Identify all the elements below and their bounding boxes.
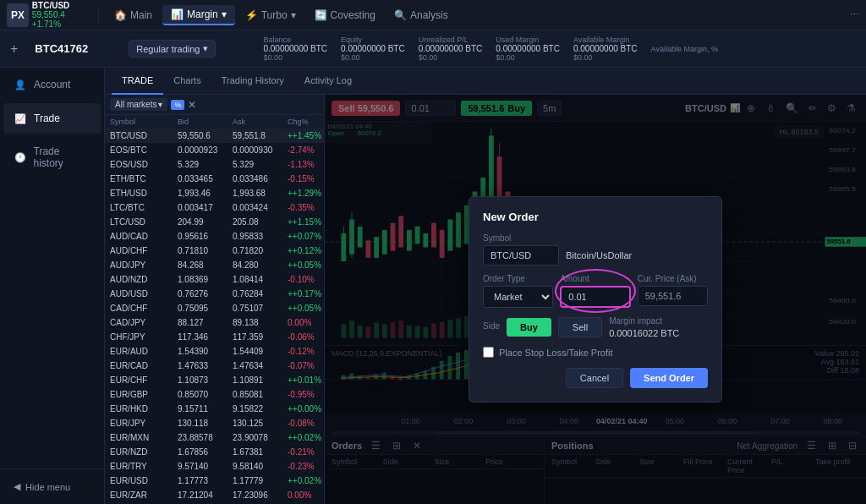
market-row[interactable]: EUR/NZD 1.67856 1.67381 -0.21% bbox=[105, 445, 324, 459]
market-header: All markets ▾ % ✕ bbox=[105, 95, 324, 115]
amount-col: Amount bbox=[560, 274, 630, 308]
margin-impact: Margin impact 0.00016022 BTC bbox=[609, 316, 679, 338]
order-type-select[interactable]: Market Limit Stop bbox=[483, 286, 553, 308]
unrealized-pl-stat: Unrealized P/L 0.00000000 BTC $0.00 bbox=[419, 36, 483, 62]
account-bar: + BTC41762 Regular trading ▾ Balance 0.0… bbox=[0, 30, 866, 68]
market-columns: Symbol Bid Ask Chg% bbox=[105, 115, 324, 129]
sidebar: 👤 Account 📈 Trade 🕐 Trade history ◀ Hide… bbox=[0, 68, 105, 504]
side-label: Side bbox=[483, 321, 500, 333]
tab-trading-history[interactable]: Trading History bbox=[211, 68, 294, 95]
market-row[interactable]: ETH/USD 1,993.46 1,993.68 ++1.29% bbox=[105, 186, 324, 200]
market-row[interactable]: LTC/USD 204.99 205.08 ++1.15% bbox=[105, 215, 324, 229]
market-row[interactable]: AUD/CHF 0.71810 0.71820 ++0.12% bbox=[105, 244, 324, 258]
market-row[interactable]: EUR/HKD 9.15711 9.15822 ++0.00% bbox=[105, 402, 324, 416]
symbol-row: Symbol Bitcoin/UsDollar bbox=[483, 233, 708, 266]
available-margin-stat: Available Margin 0.00000000 BTC $0.00 bbox=[573, 36, 638, 62]
market-row[interactable]: AUD/USD 0.76276 0.76284 ++0.17% bbox=[105, 287, 324, 301]
two-panel: All markets ▾ % ✕ Symbol Bid Ask Chg% BT… bbox=[105, 95, 866, 504]
chevron-left-icon: ◀ bbox=[14, 481, 20, 492]
hide-menu-button[interactable]: ◀ Hide menu bbox=[7, 476, 97, 497]
logo: PX BTC/USD 59,550.4 +1.71% bbox=[7, 1, 91, 29]
side-sell-button[interactable]: Sell bbox=[558, 317, 602, 337]
market-panel: All markets ▾ % ✕ Symbol Bid Ask Chg% BT… bbox=[105, 95, 325, 504]
balance-stat: Balance 0.00000000 BTC $0.00 bbox=[263, 36, 327, 62]
nav-margin[interactable]: 📊Margin ▾ bbox=[162, 5, 235, 25]
market-close-icon[interactable]: ✕ bbox=[188, 99, 196, 111]
nav-more-icon[interactable]: ⋯ bbox=[850, 9, 859, 20]
market-row[interactable]: AUD/NZD 1.08369 1.08414 -0.10% bbox=[105, 272, 324, 287]
equity-stat: Equity 0.00000000 BTC $0.00 bbox=[341, 36, 405, 62]
nav-main[interactable]: 🏠Main bbox=[106, 6, 161, 25]
cancel-button[interactable]: Cancel bbox=[566, 368, 623, 388]
tab-activity-log[interactable]: Activity Log bbox=[294, 68, 362, 95]
market-row[interactable]: CAD/JPY 88.127 89.138 0.00% bbox=[105, 315, 324, 330]
top-navigation: PX BTC/USD 59,550.4 +1.71% 🏠Main 📊Margin… bbox=[0, 0, 866, 30]
logo-value: 59,550.4 +1.71% bbox=[32, 10, 91, 29]
nav-analysis[interactable]: 🔍Analysis bbox=[386, 6, 457, 25]
market-row[interactable]: EUR/CAD 1.47633 1.47634 -0.07% bbox=[105, 359, 324, 373]
symbol-name: Bitcoin/UsDollar bbox=[566, 250, 632, 260]
used-margin-stat: Used Margin 0.00000000 BTC $0.00 bbox=[496, 36, 560, 62]
modal-title: New Order bbox=[483, 211, 708, 223]
account-name: BTC41762 bbox=[35, 42, 88, 55]
logo-icon: PX bbox=[7, 3, 29, 27]
nav-turbo[interactable]: ⚡Turbo ▾ bbox=[237, 6, 304, 25]
market-row[interactable]: EUR/MXN 23.88578 23.90078 ++0.02% bbox=[105, 430, 324, 445]
person-icon: 👤 bbox=[14, 78, 27, 91]
market-row[interactable]: EUR/CHF 1.10873 1.10891 ++0.01% bbox=[105, 373, 324, 387]
new-order-modal: New Order Symbol Bitcoin/UsDollar bbox=[469, 196, 722, 403]
chart-icon: 📈 bbox=[14, 112, 27, 125]
sidebar-bottom: ◀ Hide menu bbox=[0, 468, 104, 504]
modal-actions: Cancel Send Order bbox=[483, 368, 708, 388]
add-account-button[interactable]: + bbox=[10, 41, 18, 57]
market-row[interactable]: EUR/JPY 130.118 130.125 -0.08% bbox=[105, 416, 324, 430]
market-row[interactable]: AUD/CAD 0.95616 0.95833 ++0.07% bbox=[105, 229, 324, 244]
market-row[interactable]: EUR/USD 1.17773 1.17779 ++0.02% bbox=[105, 474, 324, 488]
sidebar-item-trade[interactable]: 📈 Trade bbox=[3, 103, 101, 134]
send-order-button[interactable]: Send Order bbox=[630, 368, 708, 388]
tab-trade[interactable]: TRADE bbox=[112, 68, 163, 95]
tab-charts[interactable]: Charts bbox=[163, 68, 211, 95]
market-row[interactable]: CAD/CHF 0.75095 0.75107 ++0.05% bbox=[105, 301, 324, 315]
market-row[interactable]: ETH/BTC 0.033465 0.033486 -0.15% bbox=[105, 172, 324, 186]
clock-icon: 🕐 bbox=[14, 151, 27, 164]
logo-pair: BTC/USD bbox=[32, 1, 91, 10]
modal-overlay: New Order Symbol Bitcoin/UsDollar bbox=[325, 95, 866, 504]
order-type-amount-row: Order Type Market Limit Stop Amount bbox=[483, 274, 708, 308]
sidebar-item-account[interactable]: 👤 Account bbox=[3, 69, 101, 100]
symbol-input[interactable] bbox=[483, 245, 559, 266]
content-area: TRADE Charts Trading History Activity Lo… bbox=[105, 68, 866, 504]
tabs-row: TRADE Charts Trading History Activity Lo… bbox=[105, 68, 866, 95]
market-filter-dropdown[interactable]: All markets ▾ bbox=[110, 98, 167, 111]
trading-type-selector[interactable]: Regular trading ▾ bbox=[129, 40, 216, 58]
market-tag: % bbox=[171, 100, 184, 110]
order-type-col: Order Type Market Limit Stop bbox=[483, 274, 553, 308]
available-margin-pct-stat: Available Margin, % bbox=[651, 45, 718, 53]
logo-price: BTC/USD 59,550.4 +1.71% bbox=[32, 1, 91, 29]
market-row[interactable]: BTC/USD 59,550.6 59,551.8 ++1.45% bbox=[105, 129, 324, 143]
market-row[interactable]: LTC/BTC 0.003417 0.003424 -0.35% bbox=[105, 200, 324, 215]
margin-impact-value: 0.00016022 BTC bbox=[609, 328, 679, 338]
market-row[interactable]: CHF/JPY 117.346 117.359 -0.06% bbox=[105, 330, 324, 344]
stop-loss-checkbox[interactable] bbox=[483, 347, 494, 358]
chart-area: Sell 59,550.6 59,551.6 Buy 5m BTC/USD 📊 … bbox=[325, 95, 866, 504]
market-row[interactable]: EUR/ZAR 17.21204 17.23096 0.00% bbox=[105, 488, 324, 502]
market-row[interactable]: EUR/GBP 0.85070 0.85081 -0.95% bbox=[105, 387, 324, 402]
cur-price-value: 59,551.6 bbox=[638, 286, 708, 306]
market-list: BTC/USD 59,550.6 59,551.8 ++1.45% EOS/BT… bbox=[105, 129, 324, 504]
market-row[interactable]: EOS/USD 5.329 5.329 -1.13% bbox=[105, 157, 324, 172]
nav-divider bbox=[98, 7, 99, 24]
main-layout: 👤 Account 📈 Trade 🕐 Trade history ◀ Hide… bbox=[0, 68, 866, 504]
side-buy-button[interactable]: Buy bbox=[507, 318, 551, 337]
sidebar-item-trade-history[interactable]: 🕐 Trade history bbox=[3, 137, 101, 178]
market-row[interactable]: EUR/TRY 9.57140 9.58140 -0.23% bbox=[105, 459, 324, 474]
market-row[interactable]: EOS/BTC 0.0000923 0.0000930 -2.74% bbox=[105, 143, 324, 157]
nav-items: 🏠Main 📊Margin ▾ ⚡Turbo ▾ 🔄Covesting 🔍Ana… bbox=[106, 5, 847, 25]
stop-loss-row: Place Stop Loss/Take Profit bbox=[483, 347, 708, 358]
nav-covesting[interactable]: 🔄Covesting bbox=[306, 6, 384, 25]
market-row[interactable]: AUD/JPY 84.268 84.280 ++0.05% bbox=[105, 258, 324, 272]
market-row[interactable]: EUR/AUD 1.54390 1.54409 -0.12% bbox=[105, 344, 324, 359]
side-margin-row: Side Buy Sell Margin impact 0.00016022 B… bbox=[483, 316, 708, 338]
amount-input[interactable] bbox=[560, 286, 630, 308]
cur-price-col: Cur. Price (Ask) 59,551.6 bbox=[638, 274, 708, 308]
